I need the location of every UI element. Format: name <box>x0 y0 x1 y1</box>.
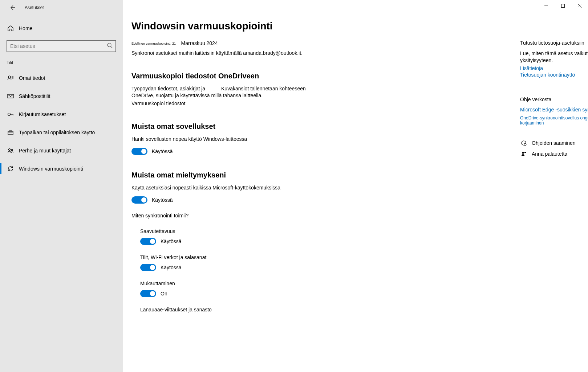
key-icon <box>7 111 15 118</box>
sidebar-item-label: Perhe ja muut käyttäjät <box>19 148 71 154</box>
search-icon <box>107 42 113 50</box>
home-label: Home <box>19 25 32 31</box>
get-help-link[interactable]: Ohjeiden saaminen <box>520 140 588 146</box>
apps-body: Hanki sovellusten nopea käyttö Windows-l… <box>131 136 386 143</box>
svg-point-9 <box>524 143 526 146</box>
svg-point-5 <box>9 149 11 151</box>
titlebar: Asetukset <box>0 0 123 15</box>
apps-section-title: Muista omat sovellukset <box>131 122 386 131</box>
sidebar-item-your-info[interactable]: Omat tiedot <box>0 69 123 87</box>
sidebar-item-label: Windowsin varmuuskopiointi <box>19 166 83 172</box>
sync-description: Synkronoi asetukset muihin laitteisiin k… <box>131 50 386 56</box>
search-box[interactable] <box>7 40 116 52</box>
svg-point-3 <box>8 113 11 116</box>
apps-toggle[interactable] <box>131 148 147 155</box>
sidebar-item-backup[interactable]: Windowsin varmuuskopiointi <box>0 160 123 178</box>
sidebar-item-label: Kirjautumisasetukset <box>19 111 66 117</box>
prefs-toggle-label: Käytössä <box>152 197 173 203</box>
briefcase-icon <box>7 129 15 136</box>
help-icon <box>520 140 527 146</box>
svg-point-6 <box>11 149 13 151</box>
prefs-body: Käytä asetuksiasi nopeasti kaikissa Micr… <box>131 184 386 191</box>
sub-accounts-toggle[interactable] <box>140 264 156 271</box>
sidebar-item-label: Työpaikan tai oppilaitoksen käyttö <box>19 130 95 135</box>
maximize-button[interactable] <box>555 0 571 12</box>
backup-files-link[interactable]: Varmuuskopioi tiedostot <box>131 101 386 106</box>
sidebar-item-email[interactable]: Sähköpostitilit <box>0 87 123 105</box>
privacy-title: Tutustu tietosuoja-asetuksiin <box>520 40 588 46</box>
sub-personalization-title: Mukauttaminen <box>140 281 386 286</box>
content-column: Windowsin varmuuskopiointi Edellinen var… <box>131 20 386 316</box>
onedrive-body: Työpöydän tiedostot, asiakirjat ja Kuvak… <box>131 85 386 99</box>
get-help-label: Ohjeiden saaminen <box>532 140 576 146</box>
right-panel: Tutustu tietosuoja-asetuksiin Lue, miten… <box>520 40 588 157</box>
sidebar: Asetukset Home Tilit Omat tiedot Sähköpo… <box>0 0 123 372</box>
sidebar-item-label: Sähköpostitilit <box>19 93 50 99</box>
sub-personalization-state: On <box>161 291 167 297</box>
sidebar-item-label: Omat tiedot <box>19 75 45 81</box>
sub-accessibility-toggle[interactable] <box>140 238 156 245</box>
app-title: Asetukset <box>25 5 44 10</box>
sub-accounts-state: Käytössä <box>161 265 182 270</box>
svg-point-10 <box>522 152 524 154</box>
sidebar-section-label: Tilit <box>0 52 123 69</box>
sub-language-title: Lanauaae-viittaukset ja sanasto <box>140 307 386 312</box>
onedrive-section-title: Varmuuskopioi tiedostot OneDriveen <box>131 72 386 80</box>
sidebar-home[interactable]: Home <box>0 21 123 36</box>
how-sync-works-link[interactable]: Miten synkronointi toimii? <box>131 212 386 219</box>
onedrive-body-1: Työpöydän tiedostot, asiakirjat ja <box>131 86 205 91</box>
last-backup-date: Marraskuu 2024 <box>181 40 218 46</box>
privacy-dashboard-link[interactable]: Tietosuojan koontinäyttö <box>520 72 588 78</box>
feedback-link[interactable]: Anna palautetta <box>520 151 588 157</box>
feedback-icon <box>520 151 527 157</box>
onedrive-body-2: Kuvakansiot tallennetaan kohteeseen <box>221 86 306 91</box>
onedrive-body-3: OneDrive, suojattu ja käytettävissä mill… <box>131 93 263 98</box>
svg-rect-7 <box>561 4 565 8</box>
back-button[interactable] <box>7 3 17 13</box>
prefs-toggle[interactable] <box>131 196 147 204</box>
main-area: Windowsin varmuuskopiointi Edellinen var… <box>123 0 588 372</box>
mail-icon <box>7 93 15 99</box>
feedback-label: Anna palautetta <box>532 151 567 157</box>
last-backup-label: Edellinen varmuuskopiointi: 21 <box>131 42 176 45</box>
window-controls <box>538 0 588 12</box>
sidebar-item-signin[interactable]: Kirjautumisasetukset <box>0 105 123 123</box>
sub-personalization-toggle[interactable] <box>140 290 156 297</box>
svg-point-1 <box>8 76 11 78</box>
sub-accounts-title: Tilit, Wi-Fi verkot ja salasanat <box>140 254 386 260</box>
home-icon <box>7 25 15 32</box>
sub-accessibility-title: Saavutettavuus <box>140 228 386 234</box>
help-title: Ohje verkosta <box>520 97 588 102</box>
sidebar-item-work[interactable]: Työpaikan tai oppilaitoksen käyttö <box>0 123 123 142</box>
svg-point-0 <box>108 43 111 47</box>
prefs-section-title: Muista omat mieltymykseni <box>131 171 386 179</box>
close-button[interactable] <box>571 0 588 12</box>
minimize-button[interactable] <box>538 0 555 12</box>
apps-toggle-label: Käytössä <box>152 148 173 154</box>
page-title: Windowsin varmuuskopiointi <box>131 20 386 32</box>
privacy-learn-more-link[interactable]: Lisätietoja <box>520 65 588 71</box>
help-link-onedrive[interactable]: OneDrive-synkronointisovellus ongelmien … <box>520 115 588 126</box>
person-card-icon <box>7 75 15 81</box>
sync-icon <box>7 165 15 172</box>
search-input[interactable] <box>10 43 107 49</box>
sub-accessibility-state: Käytössä <box>161 238 182 244</box>
help-link-edge[interactable]: Microsoft Edge -suosikkien synkronointi <box>520 107 588 113</box>
sidebar-item-family[interactable]: Perhe ja muut käyttäjät <box>0 142 123 160</box>
privacy-body: Lue, miten tämä asetus vaikuttaa yksityi… <box>520 50 588 64</box>
people-icon <box>7 147 15 154</box>
